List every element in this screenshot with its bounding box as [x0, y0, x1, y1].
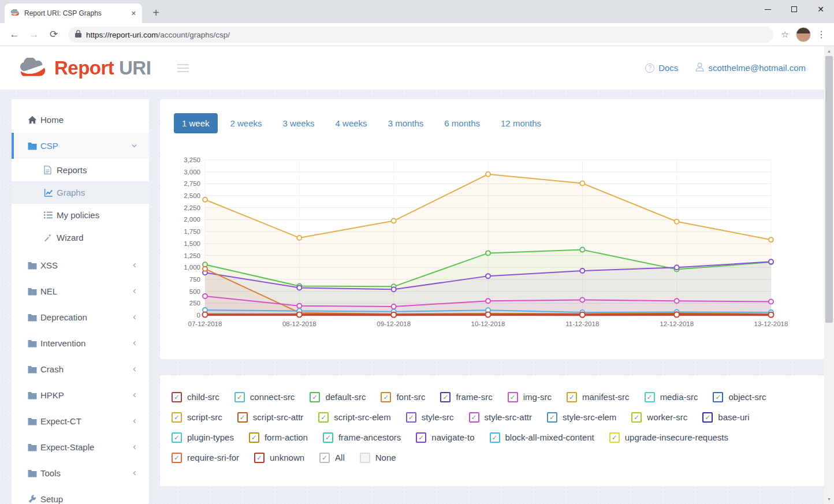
sidebar-item-home[interactable]: Home [12, 107, 149, 133]
range-tab-1-week[interactable]: 1 week [174, 113, 218, 133]
favicon-icon [10, 8, 20, 18]
legend-checkbox-media-src[interactable]: ✓ [645, 392, 655, 402]
legend-item-style-src-attr[interactable]: ✓style-src-attr [469, 412, 533, 423]
legend-item-media-src[interactable]: ✓media-src [645, 392, 698, 402]
forward-icon[interactable]: → [26, 29, 42, 40]
legend-checkbox-block-all-mixed-content[interactable]: ✓ [490, 432, 500, 443]
sidebar-item-xss[interactable]: XSS [12, 252, 149, 278]
account-menu[interactable]: scotthelme@hotmail.com [695, 62, 806, 73]
docs-link[interactable]: ? Docs [645, 63, 678, 73]
legend-checkbox-frame-src[interactable]: ✓ [440, 392, 450, 402]
sidebar-item-tools[interactable]: Tools [12, 460, 149, 486]
legend-checkbox-unknown[interactable]: ✓ [254, 453, 265, 463]
legend-checkbox-font-src[interactable]: ✓ [381, 392, 391, 402]
range-tab-12-months[interactable]: 12 months [493, 113, 549, 133]
sidebar-item-expect-staple[interactable]: Expect-Staple [12, 434, 149, 460]
legend-checkbox-style-src-attr[interactable]: ✓ [469, 412, 479, 423]
scrollbar-up-icon[interactable]: ▲ [824, 46, 834, 56]
legend-item-child-src[interactable]: ✓child-src [172, 392, 219, 402]
sidebar-item-deprecation[interactable]: Deprecation [12, 304, 149, 330]
sidebar-item-graphs[interactable]: Graphs [12, 181, 149, 204]
bookmark-star-icon[interactable]: ☆ [781, 29, 789, 40]
legend-item-connect-src[interactable]: ✓connect-src [234, 392, 295, 402]
back-icon[interactable]: ← [6, 29, 23, 40]
legend-item-plugin-types[interactable]: ✓plugin-types [172, 432, 234, 443]
sidebar-item-expect-ct[interactable]: Expect-CT [12, 408, 149, 434]
legend-item-style-src-elem[interactable]: ✓style-src-elem [547, 412, 616, 423]
legend-checkbox-child-src[interactable]: ✓ [172, 392, 182, 402]
range-tab-3-weeks[interactable]: 3 weeks [275, 113, 323, 133]
legend-item-object-src[interactable]: ✓object-src [713, 392, 766, 402]
legend-checkbox-navigate-to[interactable]: ✓ [416, 432, 426, 443]
range-tab-6-months[interactable]: 6 months [436, 113, 488, 133]
legend-checkbox-frame-ancestors[interactable]: ✓ [323, 432, 333, 443]
legend-item-font-src[interactable]: ✓font-src [381, 392, 425, 402]
legend-item-manifest-src[interactable]: ✓manifest-src [567, 392, 630, 402]
legend-item-script-src-attr[interactable]: ✓script-src-attr [237, 412, 304, 423]
legend-item-navigate-to[interactable]: ✓navigate-to [416, 432, 474, 443]
sidebar-item-nel[interactable]: NEL [12, 278, 149, 304]
reload-icon[interactable]: ⟳ [46, 28, 62, 40]
legend-item-script-src[interactable]: ✓script-src [172, 412, 222, 423]
tab-close-icon[interactable]: ✕ [131, 10, 136, 17]
legend-item-frame-src[interactable]: ✓frame-src [440, 392, 492, 402]
sidebar-item-my-policies[interactable]: My policies [12, 204, 149, 226]
range-tab-4-weeks[interactable]: 4 weeks [327, 113, 375, 133]
legend-item-script-src-elem[interactable]: ✓script-src-elem [318, 412, 390, 423]
legend-item-img-src[interactable]: ✓img-src [508, 392, 552, 402]
legend-checkbox-connect-src[interactable]: ✓ [234, 392, 245, 402]
report-uri-logo[interactable]: Report URI [18, 57, 151, 79]
legend-checkbox-form-action[interactable]: ✓ [249, 432, 259, 443]
hamburger-menu-icon[interactable] [175, 62, 191, 74]
legend-item-form-action[interactable]: ✓form-action [249, 432, 308, 443]
profile-avatar[interactable] [796, 27, 811, 42]
legend-item-block-all-mixed-content[interactable]: ✓block-all-mixed-content [490, 432, 594, 443]
page-scrollbar[interactable]: ▲ ▼ [824, 46, 834, 504]
legend-item-all[interactable]: ✓All [319, 453, 345, 463]
legend-item-base-uri[interactable]: ✓base-uri [702, 412, 749, 423]
sidebar-item-csp[interactable]: CSP [12, 133, 149, 159]
legend-item-upgrade-insecure-requests[interactable]: ✓upgrade-insecure-requests [609, 432, 728, 443]
legend-item-worker-src[interactable]: ✓worker-src [631, 412, 687, 423]
scrollbar-thumb[interactable] [825, 56, 833, 323]
browser-menu-icon[interactable]: ⋮ [817, 29, 826, 40]
legend-checkbox-img-src[interactable]: ✓ [508, 392, 518, 402]
range-tab-2-weeks[interactable]: 2 weeks [222, 113, 270, 133]
legend-item-frame-ancestors[interactable]: ✓frame-ancestors [323, 432, 401, 443]
legend-checkbox-base-uri[interactable]: ✓ [702, 412, 713, 423]
new-tab-button[interactable]: + [148, 5, 164, 21]
sidebar-item-reports[interactable]: Reports [12, 159, 149, 181]
legend-item-unknown[interactable]: ✓unknown [254, 453, 304, 463]
window-close-icon[interactable]: ✕ [807, 0, 834, 18]
sidebar-item-intervention[interactable]: Intervention [12, 330, 149, 356]
legend-checkbox-manifest-src[interactable]: ✓ [567, 392, 577, 402]
sidebar-item-hpkp[interactable]: HPKP [12, 382, 149, 408]
sidebar-item-wizard[interactable]: Wizard [12, 226, 149, 249]
sidebar-item-crash[interactable]: Crash [12, 356, 149, 382]
legend-checkbox-object-src[interactable]: ✓ [713, 392, 723, 402]
address-bar[interactable]: https://report-uri.com/account/graphs/cs… [68, 27, 773, 43]
window-minimize-icon[interactable] [754, 0, 781, 18]
legend-checkbox-default-src[interactable]: ✓ [310, 392, 320, 402]
legend-item-style-src[interactable]: ✓style-src [406, 412, 454, 423]
legend-item-none[interactable]: None [360, 453, 396, 463]
browser-tab[interactable]: Report URI: CSP Graphs ✕ [5, 3, 142, 23]
legend-checkbox-plugin-types[interactable]: ✓ [172, 432, 182, 443]
window-maximize-icon[interactable] [781, 0, 807, 18]
legend-checkbox-style-src-elem[interactable]: ✓ [547, 412, 557, 423]
legend-checkbox-script-src-attr[interactable]: ✓ [237, 412, 248, 423]
legend-item-default-src[interactable]: ✓default-src [310, 392, 366, 402]
legend-item-require-sri-for[interactable]: ✓require-sri-for [172, 453, 239, 463]
legend-checkbox-script-src-elem[interactable]: ✓ [318, 412, 329, 423]
legend-checkbox-all[interactable]: ✓ [319, 453, 330, 463]
legend-checkbox-none[interactable] [360, 453, 370, 463]
legend-checkbox-worker-src[interactable]: ✓ [631, 412, 642, 423]
svg-text:250: 250 [189, 300, 200, 307]
legend-checkbox-script-src[interactable]: ✓ [172, 412, 182, 423]
sidebar-item-setup[interactable]: Setup [12, 486, 149, 504]
legend-checkbox-style-src[interactable]: ✓ [406, 412, 416, 423]
range-tab-3-months[interactable]: 3 months [380, 113, 432, 133]
legend-checkbox-require-sri-for[interactable]: ✓ [172, 453, 182, 463]
legend-checkbox-upgrade-insecure-requests[interactable]: ✓ [609, 432, 620, 443]
scrollbar-down-icon[interactable]: ▼ [824, 494, 834, 504]
